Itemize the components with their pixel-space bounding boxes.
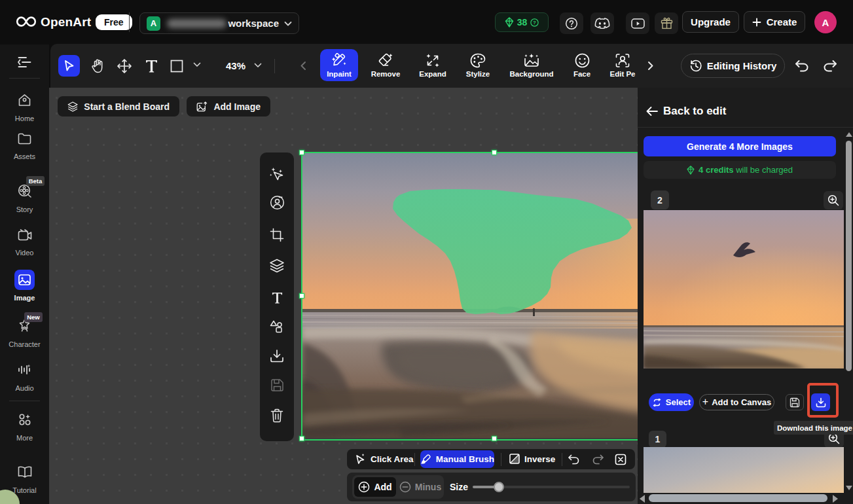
svg-text:?: ? [533,20,536,26]
